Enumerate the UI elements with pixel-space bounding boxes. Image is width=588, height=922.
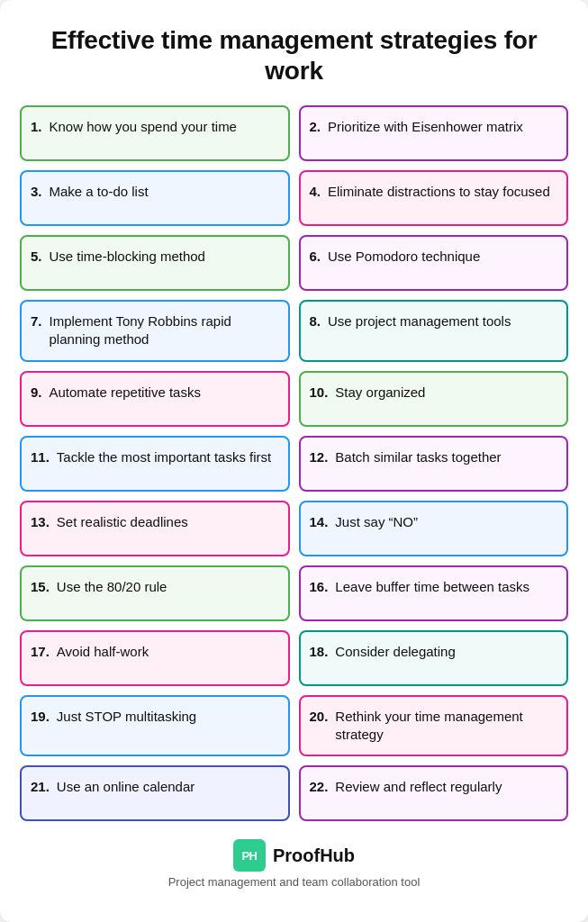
item-label: Eliminate distractions to stay focused (328, 183, 556, 201)
item-label: Use time-blocking method (50, 248, 277, 266)
item-number: 2. (310, 118, 321, 136)
item-number: 11. (31, 448, 50, 466)
footer-logo: PH ProofHub (233, 839, 355, 872)
footer: PH ProofHub Project management and team … (168, 839, 421, 889)
list-item: 11.Tackle the most important tasks first (20, 436, 290, 492)
item-number: 20. (310, 708, 329, 726)
item-label: Prioritize with Eisenhower matrix (328, 118, 556, 136)
list-item: 6.Use Pomodoro technique (299, 235, 569, 291)
item-label: Rethink your time management strategy (335, 708, 556, 745)
list-item: 5.Use time-blocking method (20, 235, 290, 291)
item-number: 15. (31, 578, 50, 596)
item-number: 8. (310, 312, 321, 330)
item-label: Tackle the most important tasks first (57, 448, 277, 466)
item-label: Set realistic deadlines (57, 513, 277, 531)
list-item: 8.Use project management tools (299, 300, 569, 362)
item-label: Consider delegating (335, 643, 556, 661)
list-item: 14.Just say “NO” (299, 501, 569, 556)
item-label: Avoid half-work (57, 643, 277, 661)
item-number: 18. (310, 643, 329, 661)
item-number: 5. (31, 248, 42, 266)
item-label: Batch similar tasks together (335, 448, 556, 466)
item-number: 17. (31, 643, 50, 661)
item-label: Know how you spend your time (50, 118, 277, 136)
item-number: 19. (31, 708, 50, 726)
list-item: 20.Rethink your time management strategy (299, 695, 569, 757)
item-number: 4. (310, 183, 321, 201)
item-number: 14. (310, 513, 329, 531)
item-label: Just say “NO” (335, 513, 556, 531)
brand-name: ProofHub (273, 845, 355, 866)
item-number: 9. (31, 384, 42, 402)
list-item: 17.Avoid half-work (20, 630, 290, 686)
item-number: 7. (31, 312, 42, 330)
item-label: Implement Tony Robbins rapid planning me… (50, 312, 277, 349)
footer-tagline: Project management and team collaboratio… (168, 875, 421, 889)
item-label: Use the 80/20 rule (57, 578, 277, 596)
item-label: Automate repetitive tasks (50, 384, 277, 402)
list-item: 9.Automate repetitive tasks (20, 371, 290, 427)
item-label: Review and reflect regularly (335, 778, 556, 796)
item-label: Make a to-do list (50, 183, 277, 201)
list-item: 1.Know how you spend your time (20, 105, 290, 161)
item-label: Stay organized (335, 384, 556, 402)
item-number: 16. (310, 578, 329, 596)
page-title: Effective time management strategies for… (20, 25, 568, 86)
item-label: Use an online calendar (57, 778, 277, 796)
list-item: 19.Just STOP multitasking (20, 695, 290, 757)
list-item: 10.Stay organized (299, 371, 569, 427)
list-item: 12.Batch similar tasks together (299, 436, 569, 492)
item-number: 22. (310, 778, 329, 796)
item-label: Leave buffer time between tasks (335, 578, 556, 596)
item-number: 3. (31, 183, 42, 201)
list-item: 16.Leave buffer time between tasks (299, 565, 569, 621)
list-item: 4.Eliminate distractions to stay focused (299, 170, 569, 226)
list-item: 7.Implement Tony Robbins rapid planning … (20, 300, 290, 362)
list-item: 22.Review and reflect regularly (299, 765, 569, 821)
item-number: 6. (310, 248, 321, 266)
list-item: 21.Use an online calendar (20, 765, 290, 821)
item-number: 21. (31, 778, 50, 796)
item-number: 13. (31, 513, 50, 531)
list-item: 3.Make a to-do list (20, 170, 290, 226)
item-label: Use project management tools (328, 312, 556, 330)
item-label: Use Pomodoro technique (328, 248, 556, 266)
list-item: 18.Consider delegating (299, 630, 569, 686)
item-number: 12. (310, 448, 329, 466)
main-card: Effective time management strategies for… (0, 0, 588, 922)
item-number: 10. (310, 384, 329, 402)
item-number: 1. (31, 118, 42, 136)
list-item: 15.Use the 80/20 rule (20, 565, 290, 621)
strategies-grid: 1.Know how you spend your time2.Prioriti… (20, 105, 568, 821)
proofhub-logo-icon: PH (233, 839, 266, 872)
list-item: 2.Prioritize with Eisenhower matrix (299, 105, 569, 161)
list-item: 13.Set realistic deadlines (20, 501, 290, 556)
item-label: Just STOP multitasking (57, 708, 277, 726)
